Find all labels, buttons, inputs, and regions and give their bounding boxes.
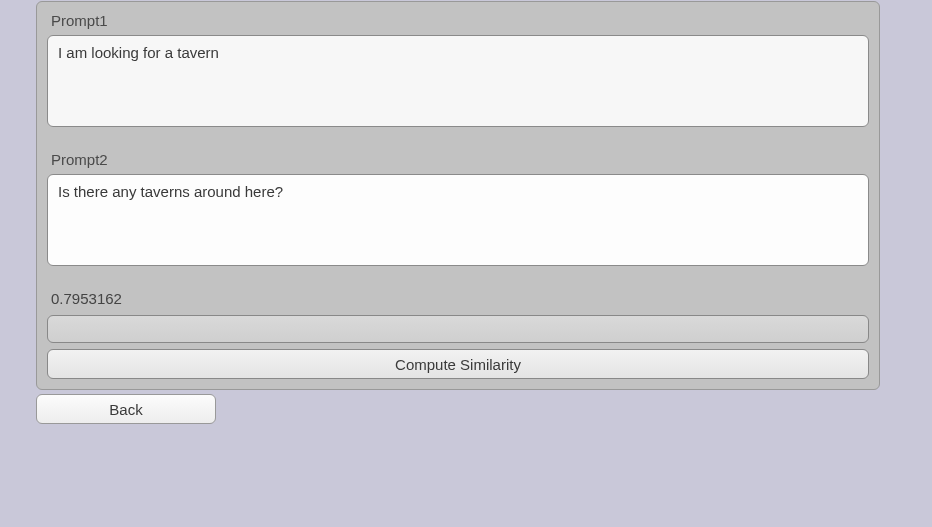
back-button[interactable]: Back: [36, 394, 216, 424]
similarity-progress-bar: [47, 315, 869, 343]
similarity-panel: Prompt1 Prompt2 0.7953162 Compute Simila…: [36, 1, 880, 390]
compute-similarity-button[interactable]: Compute Similarity: [47, 349, 869, 379]
prompt2-input[interactable]: [47, 174, 869, 266]
prompt1-label: Prompt1: [47, 10, 869, 35]
prompt2-label: Prompt2: [47, 149, 869, 174]
similarity-score: 0.7953162: [47, 288, 869, 315]
prompt1-input[interactable]: [47, 35, 869, 127]
